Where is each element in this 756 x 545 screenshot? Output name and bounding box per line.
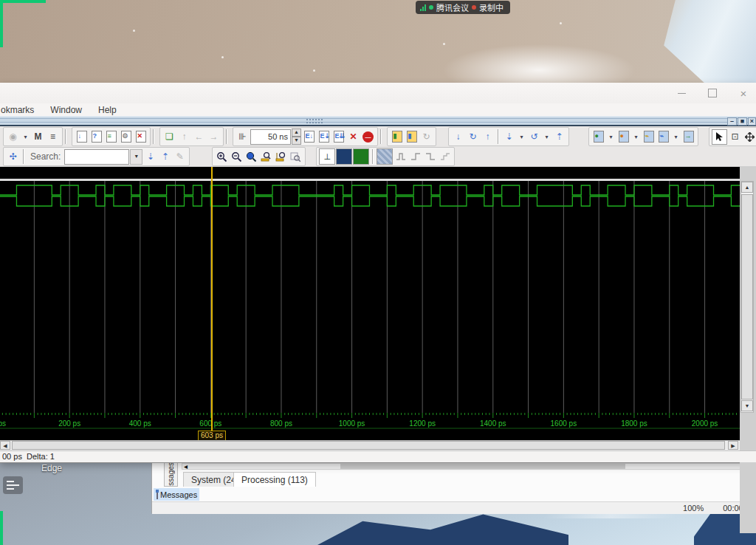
collapse-arrow-icon[interactable]: ◂: [184, 462, 188, 470]
edge-rise-icon[interactable]: [408, 150, 422, 164]
mdi-close-button[interactable]: ×: [748, 117, 756, 126]
history-icon[interactable]: ◉: [6, 130, 20, 144]
fill-style-hatch-icon[interactable]: [377, 148, 393, 165]
vertical-scrollbar-thumb[interactable]: [741, 194, 753, 400]
move-edge-icon[interactable]: ⌁: [656, 130, 670, 144]
find-binoculars-icon[interactable]: M: [31, 130, 45, 144]
meeting-recording-pill[interactable]: 腾讯会议 录制中: [416, 1, 510, 14]
locate-icon[interactable]: ✣: [6, 150, 20, 164]
spinner-down-icon[interactable]: ▼: [292, 137, 301, 145]
menu-window[interactable]: Window: [50, 105, 82, 115]
extend-all-icon[interactable]: →: [681, 130, 695, 144]
pan-mode-icon[interactable]: [743, 130, 756, 144]
regenerate-dropdown-icon[interactable]: ▾: [542, 130, 551, 144]
edge-fall-icon[interactable]: [423, 150, 437, 164]
horizontal-scrollbar-thumb[interactable]: [12, 441, 725, 450]
zoom-between-cursors-icon[interactable]: [274, 150, 288, 164]
move-down-icon[interactable]: ⇣: [502, 130, 516, 144]
annotation-list-button[interactable]: [3, 476, 23, 494]
menu-help[interactable]: Help: [98, 105, 117, 115]
messages-vertical-tab[interactable]: Messages: [164, 460, 178, 487]
scroll-left-icon[interactable]: ◀: [0, 441, 10, 450]
log-all-icon[interactable]: ▮: [405, 130, 419, 144]
wave-timeline-ruler[interactable]: 0 ps200 ps400 ps600 ps800 ps1000 ps1200 …: [0, 413, 740, 429]
edge-desktop-icon-label[interactable]: Edge: [41, 463, 62, 473]
reuse-icon[interactable]: ↻: [466, 130, 480, 144]
zoom-mode-icon[interactable]: ⊡: [728, 130, 742, 144]
invert-dropdown-icon[interactable]: ▾: [631, 130, 641, 144]
run-continue-icon[interactable]: E⇣: [317, 130, 331, 144]
up-level-icon[interactable]: ↑: [177, 130, 191, 144]
hierarchy-icon[interactable]: ≡: [46, 130, 60, 144]
run-all-icon[interactable]: E⇊: [331, 130, 346, 144]
window-maximize-button[interactable]: [701, 85, 724, 101]
edge-step-icon[interactable]: [438, 150, 452, 164]
fill-style-navy-icon[interactable]: [336, 148, 352, 165]
messages-scrollbar-thumb[interactable]: [340, 464, 625, 469]
back-icon[interactable]: ←: [192, 130, 206, 144]
zoom-cursor-icon[interactable]: [259, 150, 273, 164]
search-input[interactable]: [64, 149, 129, 165]
mdi-title-strip[interactable]: – ■ ×: [0, 116, 756, 126]
compile-all-icon[interactable]: ≡: [104, 130, 118, 144]
insert-pulse-dropdown-icon[interactable]: ▾: [606, 130, 616, 144]
stop-icon[interactable]: —: [361, 130, 375, 144]
zoom-in-icon[interactable]: [215, 150, 229, 164]
toolbar-group-compile: ↓ ? ≡ ⚙ ✕: [72, 127, 151, 146]
restart-icon[interactable]: ❏: [162, 130, 176, 144]
run-length-field[interactable]: [250, 129, 291, 145]
simulate-icon[interactable]: ⚙: [119, 130, 133, 144]
search-next-icon[interactable]: ⇣: [143, 150, 157, 164]
refresh-icon[interactable]: ↻: [419, 130, 433, 144]
stretch-edge-icon[interactable]: ⌁: [642, 130, 656, 144]
move-up-icon[interactable]: ⇡: [552, 130, 566, 144]
history-dropdown-icon[interactable]: ▾: [21, 130, 30, 144]
search-prev-icon[interactable]: ⇡: [158, 150, 172, 164]
tab-processing[interactable]: Processing (113): [233, 472, 316, 487]
restore-defaults-icon[interactable]: ⊪: [236, 130, 250, 144]
invert-icon[interactable]: ●: [616, 130, 630, 144]
cursor-label-row[interactable]: [0, 429, 740, 440]
wave-canvas[interactable]: [0, 181, 740, 413]
mdi-minimize-button[interactable]: –: [727, 117, 737, 126]
search-options-icon[interactable]: ✎: [173, 150, 187, 164]
break-icon[interactable]: ✕: [346, 130, 360, 144]
page-icon: [157, 490, 158, 499]
spinner-up-icon[interactable]: ▲: [292, 128, 301, 137]
zoom-out-icon[interactable]: [230, 150, 244, 164]
svg-text:1000 ps: 1000 ps: [339, 419, 365, 428]
regenerate-icon[interactable]: ↺: [527, 130, 541, 144]
menu-bookmarks[interactable]: okmarks: [1, 105, 34, 115]
help-edit-icon[interactable]: ?: [89, 130, 103, 144]
zoom-other-icon[interactable]: [289, 150, 303, 164]
run-icon[interactable]: E↓: [302, 130, 316, 144]
cursor-time-label[interactable]: 603 ps: [198, 431, 226, 441]
insertion-point-down-icon[interactable]: ↓: [451, 130, 465, 144]
delete-icon[interactable]: ✕: [134, 130, 148, 144]
forward-icon[interactable]: →: [207, 130, 221, 144]
mdi-drag-grip[interactable]: [306, 118, 323, 125]
search-dropdown-icon[interactable]: ▾: [130, 149, 142, 165]
window-titlebar[interactable]: ×: [0, 83, 756, 103]
toolbar-group-transitions: ↓ ↻ ↑ ⇣ ▾ ↺ ▾ ⇡: [448, 127, 569, 146]
move-edge-dropdown-icon[interactable]: ▾: [671, 130, 681, 144]
tab-messages[interactable]: Messages: [154, 488, 199, 501]
insertion-point-up-icon[interactable]: ↑: [481, 130, 495, 144]
run-length-spinner[interactable]: ▲ ▼: [292, 128, 301, 145]
select-mode-icon[interactable]: [712, 129, 727, 145]
scroll-right-icon[interactable]: ▶: [728, 441, 738, 450]
mdi-restore-button[interactable]: ■: [738, 117, 747, 126]
scroll-down-icon[interactable]: ▼: [741, 400, 753, 411]
insert-pulse-icon[interactable]: ●: [591, 130, 605, 144]
edge-pulse-icon[interactable]: [394, 150, 408, 164]
window-minimize-button[interactable]: [670, 85, 693, 101]
window-close-button[interactable]: ×: [732, 85, 755, 101]
wave-cursor-line[interactable]: [211, 167, 213, 440]
move-down-dropdown-icon[interactable]: ▾: [517, 130, 526, 144]
fill-style-green-icon[interactable]: [353, 148, 369, 165]
import-icon[interactable]: ↓: [75, 130, 89, 144]
log-window-icon[interactable]: ▮: [390, 130, 404, 144]
zoom-full-icon[interactable]: [244, 150, 258, 164]
cursor-style-icon[interactable]: ⊥: [319, 148, 335, 165]
scroll-up-icon[interactable]: ▲: [741, 182, 753, 193]
